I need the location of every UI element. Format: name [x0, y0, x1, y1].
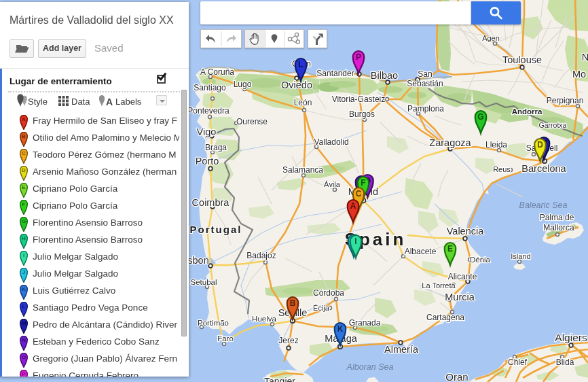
svg-text:K: K [22, 286, 26, 292]
svg-text:Oviedo: Oviedo [281, 80, 312, 90]
svg-text:San: San [418, 69, 432, 79]
svg-text:Vigo: Vigo [197, 126, 217, 137]
svg-text:Valencia: Valencia [447, 226, 484, 237]
svg-text:C: C [22, 150, 26, 156]
svg-text:Andorra: Andorra [512, 107, 543, 116]
svg-text:Portugal: Portugal [190, 224, 242, 235]
svg-text:I: I [23, 252, 24, 258]
svg-text:sbon: sbon [187, 255, 208, 266]
svg-text:Albacete: Albacete [405, 247, 437, 256]
svg-text:Balearic Sea: Balearic Sea [519, 201, 568, 210]
svg-text:D: D [537, 140, 543, 150]
svg-text:Setubal: Setubal [190, 278, 217, 286]
svg-text:Chlef: Chlef [508, 358, 528, 367]
svg-text:León: León [294, 98, 312, 107]
svg-text:Pontevedra: Pontevedra [187, 106, 229, 116]
svg-text:Dénia: Dénia [470, 256, 491, 264]
svg-text:Island: Island [511, 252, 530, 260]
svg-text:B: B [22, 133, 26, 139]
svg-text:A Coruña: A Coruña [200, 67, 234, 77]
svg-text:D: D [22, 167, 26, 173]
svg-text:E: E [447, 244, 453, 254]
svg-text:Sebastián: Sebastián [407, 79, 443, 88]
svg-text:H: H [22, 235, 26, 241]
svg-text:G: G [477, 112, 483, 122]
svg-text:Coimbra: Coimbra [192, 197, 230, 208]
svg-text:Ourense: Ourense [236, 117, 268, 126]
svg-text:Faro: Faro [217, 334, 234, 343]
svg-text:C: C [356, 189, 362, 198]
svg-text:N: N [582, 52, 588, 63]
svg-text:Jerez: Jerez [278, 336, 298, 345]
svg-text:Palma de: Palma de [540, 213, 574, 222]
svg-text:Alicante: Alicante [448, 272, 477, 281]
svg-text:Blida: Blida [556, 358, 574, 367]
svg-text:N: N [22, 337, 26, 343]
svg-text:O: O [22, 354, 26, 360]
svg-text:Lugo: Lugo [234, 80, 252, 89]
svg-text:L: L [298, 60, 303, 69]
svg-text:Agen: Agen [482, 34, 500, 42]
svg-text:J: J [22, 269, 25, 275]
svg-text:Granada: Granada [349, 318, 381, 328]
svg-text:A: A [22, 116, 26, 122]
svg-text:Oran: Oran [445, 371, 468, 382]
svg-text:Lleida: Lleida [485, 140, 507, 150]
svg-text:Mallorca: Mallorca [543, 223, 574, 232]
svg-text:Cartagena: Cartagena [426, 313, 464, 322]
svg-text:Almería: Almería [384, 344, 419, 355]
svg-text:Santander: Santander [316, 69, 354, 78]
svg-text:P: P [356, 52, 361, 62]
svg-text:L: L [22, 303, 26, 309]
svg-text:Valladolid: Valladolid [314, 137, 348, 147]
svg-text:La Torreta: La Torreta [422, 281, 456, 290]
svg-text:Córdoba: Córdoba [313, 288, 344, 298]
svg-text:Garrotxa: Garrotxa [539, 121, 567, 129]
svg-text:Mo: Mo [572, 69, 586, 80]
svg-text:Porto: Porto [196, 156, 219, 167]
svg-text:G: G [22, 218, 26, 224]
svg-text:Santiago: Santiago [194, 83, 226, 92]
svg-text:Bilbao: Bilbao [371, 70, 398, 81]
svg-text:Ávila: Ávila [324, 180, 341, 188]
svg-text:Écija: Écija [313, 304, 330, 312]
svg-text:K: K [337, 324, 344, 334]
svg-text:Perpignan: Perpignan [547, 96, 584, 105]
svg-text:E: E [22, 184, 26, 190]
svg-text:Algiers: Algiers [555, 332, 587, 343]
svg-text:M: M [22, 320, 26, 326]
svg-text:Toulouse: Toulouse [502, 54, 542, 65]
svg-text:Braga: Braga [205, 143, 227, 152]
svg-text:P: P [22, 371, 26, 377]
svg-text:Tangier: Tangier [264, 376, 295, 382]
svg-text:Burgos: Burgos [349, 109, 375, 119]
svg-text:Huelva: Huelva [252, 315, 276, 323]
svg-text:Murcia: Murcia [445, 292, 475, 302]
svg-text:Vitoria-Gasteiz: Vitoria-Gasteiz [332, 94, 385, 104]
svg-text:Portimão: Portimão [198, 319, 229, 327]
svg-text:Alboran Sea: Alboran Sea [346, 362, 394, 372]
svg-text:F: F [361, 178, 365, 188]
svg-text:A: A [350, 201, 356, 211]
svg-text:Badajoz: Badajoz [246, 251, 276, 260]
svg-text:Zaragoza: Zaragoza [429, 137, 471, 148]
svg-text:Pamplona: Pamplona [407, 104, 444, 114]
svg-text:Barcelona: Barcelona [521, 163, 566, 174]
svg-text:F: F [22, 201, 26, 207]
svg-text:Salamanca: Salamanca [282, 165, 323, 175]
svg-text:B: B [290, 298, 296, 308]
svg-text:I: I [354, 237, 356, 246]
svg-text:Reus: Reus [493, 165, 511, 173]
